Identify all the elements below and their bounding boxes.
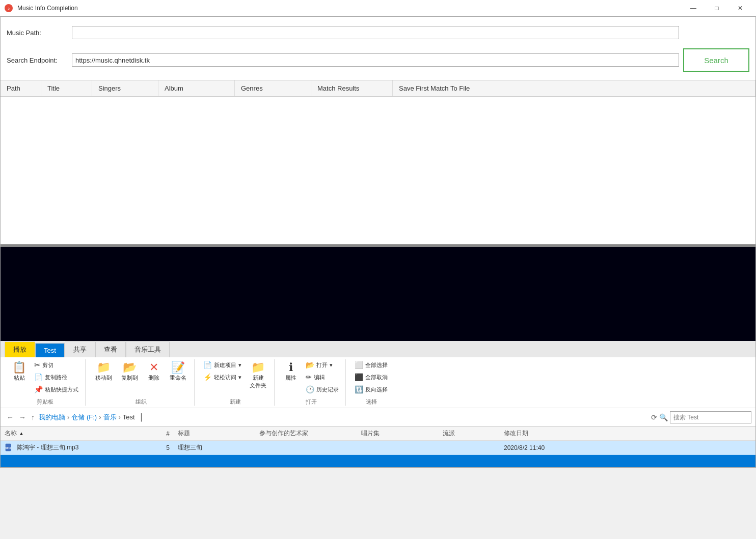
rename-button[interactable]: 📝 重命名 xyxy=(166,359,190,384)
tab-music-tools[interactable]: 音乐工具 xyxy=(126,342,170,357)
minimize-button[interactable]: — xyxy=(682,0,705,16)
maximize-button[interactable]: □ xyxy=(705,0,728,16)
file-num-cell: 5 xyxy=(143,444,174,451)
move-to-button[interactable]: 📁 移动到 xyxy=(92,359,116,384)
move-to-icon: 📁 xyxy=(97,362,111,373)
nav-back-button[interactable]: ← xyxy=(5,412,16,422)
easy-access-icon: ⚡ xyxy=(203,373,212,381)
deselect-all-icon: ⬛ xyxy=(355,373,363,381)
ribbon-group-properties: ℹ 属性 📂 打开 ▾ ✏ 编辑 xyxy=(277,359,346,406)
col-header-title[interactable]: 标题 xyxy=(174,429,255,438)
explorer-search-input[interactable] xyxy=(670,411,751,423)
new-folder-button[interactable]: 📁 新建文件夹 xyxy=(246,359,270,392)
breadcrumb-computer[interactable]: 我的电脑 xyxy=(39,413,65,422)
cut-button[interactable]: ✂ 剪切 xyxy=(32,359,81,371)
music-path-input[interactable] xyxy=(72,26,679,39)
terminal-area xyxy=(1,247,755,341)
new-item-button[interactable]: 📄 新建项目 ▾ xyxy=(201,359,244,371)
delete-button[interactable]: ✕ 删除 xyxy=(144,359,164,384)
file-list-header: 名称 ▲ # 标题 参与创作的艺术家 唱片集 流派 xyxy=(1,427,755,441)
search-addr-button[interactable]: 🔍 xyxy=(659,413,668,421)
copy-to-button[interactable]: 📂 复制到 xyxy=(118,359,142,384)
delete-icon: ✕ xyxy=(149,362,158,373)
dropdown-arrow-icon: ▾ xyxy=(238,362,241,368)
col-header-name[interactable]: 名称 ▲ xyxy=(1,429,143,438)
open-icon: 📂 xyxy=(306,361,314,369)
title-bar-left: ♪ Music Info Completion xyxy=(4,4,78,13)
history-button[interactable]: 🕐 历史记录 xyxy=(303,384,341,395)
col-genres: Genres xyxy=(235,80,311,96)
history-icon: 🕐 xyxy=(306,385,314,393)
col-header-num[interactable]: # xyxy=(143,430,174,437)
open-button[interactable]: 📂 打开 ▾ xyxy=(303,359,341,371)
tab-play[interactable]: 播放 xyxy=(5,342,35,357)
edit-button[interactable]: ✏ 编辑 xyxy=(303,372,341,383)
music-path-row: Music Path: xyxy=(7,21,749,44)
breadcrumb: 我的电脑 › 仓储 (F:) › 音乐 › Test ▏ xyxy=(39,413,649,422)
table-row[interactable]: MP3 陈鸿宇 - 理想三旬.mp3 5 理想三旬 2020/8/2 11:40 xyxy=(1,441,755,455)
tab-share[interactable]: 共享 xyxy=(65,342,95,357)
new-label: 新建 xyxy=(230,396,241,406)
title-bar-controls: — □ ✕ xyxy=(682,0,752,16)
col-match-results: Match Results xyxy=(311,80,393,96)
invert-selection-button[interactable]: 🔃 反向选择 xyxy=(352,384,390,395)
select-all-button[interactable]: ⬜ 全部选择 xyxy=(352,359,390,371)
properties-button[interactable]: ℹ 属性 xyxy=(281,359,301,384)
col-header-genre[interactable]: 流派 xyxy=(439,429,500,438)
copy-to-icon: 📂 xyxy=(123,362,137,373)
select-all-icon: ⬜ xyxy=(355,361,363,369)
file-date-cell: 2020/8/2 11:40 xyxy=(500,444,755,451)
properties-items: ℹ 属性 📂 打开 ▾ ✏ 编辑 xyxy=(281,359,341,395)
ribbon-bar: 📋 粘贴 ✂ 剪切 📄 复制路径 📌 xyxy=(1,357,755,408)
clipboard-col: ✂ 剪切 📄 复制路径 📌 粘贴快捷方式 xyxy=(32,359,81,395)
copy-path-button[interactable]: 📄 复制路径 xyxy=(32,372,81,383)
invert-selection-icon: 🔃 xyxy=(355,385,363,393)
nav-forward-button[interactable]: → xyxy=(17,412,28,422)
ribbon-group-clipboard: 📋 粘贴 ✂ 剪切 📄 复制路径 📌 xyxy=(5,359,86,406)
deselect-all-button[interactable]: ⬛ 全部取消 xyxy=(352,372,390,383)
breadcrumb-music[interactable]: 音乐 xyxy=(103,413,117,422)
svg-text:MP3: MP3 xyxy=(6,446,11,449)
nav-icons: ← → ↑ xyxy=(5,412,37,422)
explorer-section: 播放 Test 共享 查看 音乐工具 📋 粘贴 ✂ 剪切 xyxy=(1,341,755,467)
open-col: 📂 打开 ▾ ✏ 编辑 🕐 历史记录 xyxy=(303,359,341,395)
clipboard-label: 剪贴板 xyxy=(37,396,53,406)
search-endpoint-input[interactable] xyxy=(72,53,679,67)
easy-access-button[interactable]: ⚡ 轻松访问 ▾ xyxy=(201,372,244,383)
col-header-artist[interactable]: 参与创作的艺术家 xyxy=(255,429,357,438)
breadcrumb-sep1: › xyxy=(67,413,69,421)
search-button[interactable]: Search xyxy=(683,48,749,72)
close-button[interactable]: ✕ xyxy=(728,0,752,16)
table-header: Path Title Singers Album Genres Match Re… xyxy=(1,80,755,97)
breadcrumb-sep2: › xyxy=(99,413,101,421)
nav-up-button[interactable]: ↑ xyxy=(29,412,37,422)
tab-test[interactable]: Test xyxy=(35,343,65,357)
new-items: 📄 新建项目 ▾ ⚡ 轻松访问 ▾ 📁 新建文件夹 xyxy=(201,359,270,395)
title-bar: ♪ Music Info Completion — □ ✕ xyxy=(0,0,756,16)
copy-path-icon: 📄 xyxy=(34,373,43,381)
rename-icon: 📝 xyxy=(171,362,185,373)
col-title: Title xyxy=(41,80,92,96)
breadcrumb-drive[interactable]: 仓储 (F:) xyxy=(71,413,97,422)
col-path: Path xyxy=(1,80,41,96)
refresh-button[interactable]: ⟳ xyxy=(651,413,657,421)
content-area xyxy=(1,97,755,244)
dropdown-arrow-icon2: ▾ xyxy=(238,374,241,381)
col-header-date[interactable]: 修改日期 xyxy=(500,429,755,438)
tab-view[interactable]: 查看 xyxy=(95,342,126,357)
paste-shortcut-button[interactable]: 📌 粘贴快捷方式 xyxy=(32,384,81,395)
ribbon-group-new: 📄 新建项目 ▾ ⚡ 轻松访问 ▾ 📁 新建文件夹 xyxy=(197,359,275,406)
mp3-file-icon: MP3 xyxy=(5,443,14,452)
breadcrumb-sep3: › xyxy=(119,413,121,421)
edit-icon: ✏ xyxy=(306,373,312,381)
paste-button[interactable]: 📋 粘贴 xyxy=(9,359,30,384)
new-col: 📄 新建项目 ▾ ⚡ 轻松访问 ▾ xyxy=(201,359,244,383)
open-label: 打开 xyxy=(306,396,317,406)
dropdown-arrow-icon3: ▾ xyxy=(330,362,333,368)
col-singers: Singers xyxy=(92,80,158,96)
organize-label: 组织 xyxy=(136,396,147,406)
selection-items: ⬜ 全部选择 ⬛ 全部取消 🔃 反向选择 xyxy=(352,359,390,395)
selection-label: 选择 xyxy=(366,396,377,406)
col-header-album[interactable]: 唱片集 xyxy=(357,429,439,438)
properties-icon: ℹ xyxy=(289,362,293,373)
